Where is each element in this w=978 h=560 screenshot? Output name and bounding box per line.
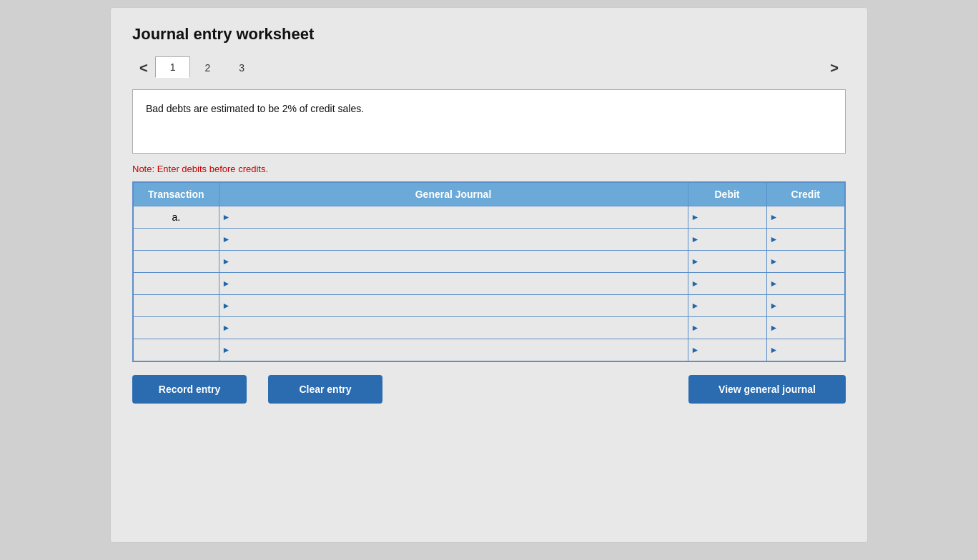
table-row: ► ► ► [133, 295, 845, 317]
credit-arrow-icon-3: ► [767, 256, 781, 266]
journal-input-1[interactable] [233, 206, 687, 228]
row-arrow-icon: ► [219, 301, 234, 311]
transaction-cell-5 [133, 295, 219, 317]
debit-input-7[interactable] [702, 339, 766, 361]
transaction-cell-1: a. [133, 206, 219, 229]
credit-cell-4[interactable]: ► [766, 273, 845, 295]
debit-input-5[interactable] [702, 295, 766, 316]
debit-arrow-icon-2: ► [688, 234, 703, 244]
credit-cell-6[interactable]: ► [766, 317, 845, 339]
tab-2[interactable]: 2 [190, 58, 224, 78]
clear-entry-button[interactable]: Clear entry [268, 375, 382, 404]
credit-input-1[interactable] [781, 206, 844, 228]
debit-arrow-icon-7: ► [688, 345, 703, 355]
debit-arrow-icon-1: ► [688, 212, 703, 222]
credit-arrow-icon-2: ► [767, 234, 781, 244]
credit-input-7[interactable] [781, 339, 844, 361]
row-arrow-icon: ► [219, 256, 234, 266]
journal-cell-5[interactable]: ► [219, 295, 688, 317]
debit-input-4[interactable] [702, 273, 766, 294]
debit-cell-3[interactable]: ► [688, 251, 766, 273]
table-row: ► ► ► [133, 251, 845, 273]
journal-input-4[interactable] [233, 273, 687, 294]
debit-cell-4[interactable]: ► [688, 273, 766, 295]
debit-cell-2[interactable]: ► [688, 229, 766, 251]
tab-1[interactable]: 1 [155, 56, 191, 78]
journal-table: Transaction General Journal Debit Credit… [132, 181, 846, 362]
debit-input-2[interactable] [702, 229, 766, 250]
credit-arrow-icon-1: ► [767, 212, 781, 222]
journal-input-6[interactable] [233, 317, 687, 339]
buttons-row: Record entry Clear entry View general jo… [132, 375, 846, 404]
next-arrow-button[interactable]: > [823, 58, 846, 78]
debit-cell-5[interactable]: ► [688, 295, 766, 317]
row-arrow-icon: ► [219, 234, 234, 244]
credit-cell-3[interactable]: ► [766, 251, 845, 273]
record-entry-button[interactable]: Record entry [132, 375, 247, 404]
prev-arrow-button[interactable]: < [132, 58, 155, 78]
credit-arrow-icon-5: ► [767, 301, 781, 311]
credit-arrow-icon-4: ► [767, 279, 781, 289]
credit-input-5[interactable] [781, 295, 844, 316]
row-arrow-icon: ► [219, 323, 234, 333]
tabs-row: < 1 2 3 > [132, 56, 846, 78]
header-transaction: Transaction [133, 182, 219, 206]
row-arrow-icon: ► [219, 279, 234, 289]
credit-input-3[interactable] [781, 251, 844, 272]
row-arrow-icon: ► [219, 345, 234, 355]
debit-cell-6[interactable]: ► [688, 317, 766, 339]
journal-input-2[interactable] [233, 229, 687, 250]
journal-cell-4[interactable]: ► [219, 273, 688, 295]
journal-cell-1[interactable]: ► [219, 206, 688, 229]
debit-arrow-icon-6: ► [688, 323, 703, 333]
main-container: Journal entry worksheet < 1 2 3 > Bad de… [110, 7, 868, 543]
transaction-cell-3 [133, 251, 219, 273]
debit-cell-7[interactable]: ► [688, 339, 766, 362]
credit-cell-5[interactable]: ► [766, 295, 845, 317]
description-box: Bad debts are estimated to be 2% of cred… [132, 89, 846, 154]
transaction-cell-4 [133, 273, 219, 295]
debit-cell-1[interactable]: ► [688, 206, 766, 229]
transaction-cell-6 [133, 317, 219, 339]
table-row: ► ► ► [133, 339, 845, 362]
credit-input-2[interactable] [781, 229, 844, 250]
credit-arrow-icon-7: ► [767, 345, 781, 355]
description-text: Bad debts are estimated to be 2% of cred… [146, 103, 364, 114]
transaction-cell-2 [133, 229, 219, 251]
journal-input-5[interactable] [233, 295, 687, 316]
header-debit: Debit [688, 182, 766, 206]
debit-arrow-icon-4: ► [688, 279, 703, 289]
journal-cell-2[interactable]: ► [219, 229, 688, 251]
journal-cell-6[interactable]: ► [219, 317, 688, 339]
debit-arrow-icon-3: ► [688, 256, 703, 266]
journal-cell-3[interactable]: ► [219, 251, 688, 273]
row-arrow-icon: ► [219, 212, 234, 222]
table-row: a. ► ► ► [133, 206, 845, 229]
credit-arrow-icon-6: ► [767, 323, 781, 333]
credit-input-6[interactable] [781, 317, 844, 339]
debit-arrow-icon-5: ► [688, 301, 703, 311]
header-credit: Credit [766, 182, 845, 206]
transaction-cell-7 [133, 339, 219, 362]
debit-input-6[interactable] [702, 317, 766, 339]
table-row: ► ► ► [133, 229, 845, 251]
credit-cell-2[interactable]: ► [766, 229, 845, 251]
credit-cell-7[interactable]: ► [766, 339, 845, 362]
journal-input-7[interactable] [233, 339, 687, 361]
header-general-journal: General Journal [219, 182, 688, 206]
note-text: Note: Enter debits before credits. [132, 164, 846, 174]
page-title: Journal entry worksheet [132, 25, 846, 44]
view-general-journal-button[interactable]: View general journal [688, 375, 846, 404]
tab-3[interactable]: 3 [224, 58, 259, 78]
journal-cell-7[interactable]: ► [219, 339, 688, 362]
table-row: ► ► ► [133, 273, 845, 295]
journal-input-3[interactable] [233, 251, 687, 272]
table-row: ► ► ► [133, 317, 845, 339]
credit-input-4[interactable] [781, 273, 844, 294]
debit-input-3[interactable] [702, 251, 766, 272]
credit-cell-1[interactable]: ► [766, 206, 845, 229]
debit-input-1[interactable] [702, 206, 766, 228]
